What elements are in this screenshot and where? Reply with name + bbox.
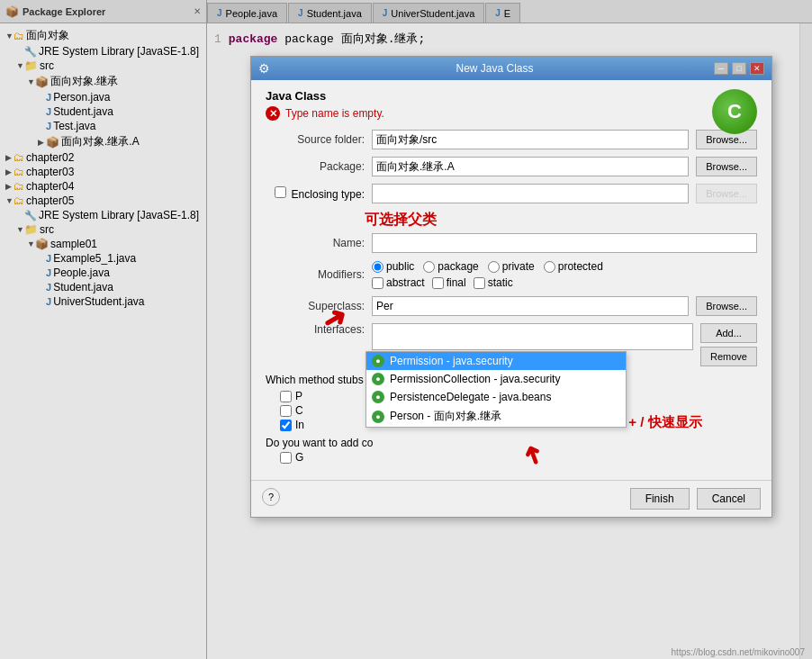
autocomplete-item[interactable]: ●PermissionCollection - java.security [366, 370, 626, 388]
stub-in-checkbox[interactable] [280, 420, 292, 431]
modifiers-row: Modifiers: public package pr [266, 260, 757, 289]
abstract-label: abstract [386, 276, 425, 289]
ac-icon: ● [372, 373, 384, 385]
new-java-class-dialog: ⚙ New Java Class ─ □ ✕ C Java Class ✕ Ty… [250, 56, 772, 518]
dialog-icon: ⚙ [258, 61, 270, 76]
source-folder-label: Source folder: [266, 133, 365, 146]
autocomplete-item[interactable]: ●PersistenceDelegate - java.beans [366, 388, 626, 406]
dialog-title-controls: ─ □ ✕ [714, 62, 764, 75]
final-label: final [447, 276, 466, 289]
maximize-button[interactable]: □ [732, 62, 746, 75]
stub-in-label: In [295, 419, 304, 431]
radio-public-label: public [386, 260, 414, 273]
modifier-checkboxes: abstract final static [372, 276, 603, 289]
add-comment-section: Do you want to add co G [266, 437, 757, 464]
package-browse-button[interactable]: Browse... [696, 157, 757, 176]
eclipse-logo: C [712, 89, 757, 134]
source-folder-input[interactable] [372, 130, 689, 149]
ac-label: Permission - java.security [390, 355, 513, 367]
finish-button[interactable]: Finish [630, 488, 690, 510]
autocomplete-item[interactable]: ●Person - 面向对象.继承 [366, 406, 626, 427]
help-button[interactable]: ? [262, 488, 280, 506]
ac-icon: ● [372, 411, 384, 423]
static-label: static [488, 276, 513, 289]
enclosing-type-row: Enclosing type: Browse... [266, 184, 757, 203]
check-static[interactable]: static [474, 276, 513, 289]
dialog-titlebar: ⚙ New Java Class ─ □ ✕ [251, 57, 771, 80]
radio-package-label: package [438, 260, 478, 273]
enclosing-type-label: Enclosing type: [292, 188, 365, 201]
package-input[interactable] [372, 157, 689, 176]
dialog-overlay: ⚙ New Java Class ─ □ ✕ C Java Class ✕ Ty… [0, 0, 812, 659]
radio-package-input[interactable] [423, 261, 435, 273]
cancel-button[interactable]: Cancel [697, 488, 761, 510]
stub-c-checkbox[interactable] [280, 405, 292, 417]
stub-c-label: C [295, 404, 303, 417]
error-text: Type name is empty. [285, 107, 384, 120]
error-message: ✕ Type name is empty. [266, 106, 757, 121]
superclass-browse-button[interactable]: Browse... [696, 296, 757, 316]
radio-package[interactable]: package [423, 260, 478, 273]
interfaces-list[interactable] [372, 323, 693, 350]
modifiers-label: Modifiers: [266, 268, 365, 281]
enclosing-type-checkbox[interactable] [275, 186, 286, 198]
minimize-button[interactable]: ─ [714, 62, 728, 75]
radio-protected-label: protected [558, 260, 603, 273]
interfaces-add-button[interactable]: Add... [700, 323, 757, 343]
abstract-checkbox[interactable] [372, 277, 383, 289]
ac-icon: ● [372, 391, 384, 403]
ac-label: Person - 面向对象.继承 [390, 409, 501, 424]
check-abstract[interactable]: abstract [372, 276, 425, 289]
radio-public[interactable]: public [372, 260, 414, 273]
source-folder-row: Source folder: Browse... [266, 130, 757, 149]
superclass-input[interactable] [372, 296, 689, 316]
radio-public-input[interactable] [372, 261, 383, 273]
enclosing-type-browse-button[interactable]: Browse... [696, 184, 757, 203]
name-row: Name: [266, 233, 757, 253]
dialog-bottom: ? Finish Cancel [251, 480, 771, 517]
radio-private[interactable]: private [488, 260, 535, 273]
radio-group: public package private protected [372, 260, 603, 273]
radio-private-label: private [502, 260, 535, 273]
autocomplete-dropdown: ●Permission - java.security●PermissionCo… [365, 351, 627, 428]
ac-icon: ● [372, 355, 384, 367]
modifiers-options: public package private protected [372, 260, 603, 289]
close-button[interactable]: ✕ [750, 62, 764, 75]
final-checkbox[interactable] [432, 277, 444, 289]
ac-label: PermissionCollection - java.security [390, 373, 560, 385]
check-final[interactable]: final [432, 276, 466, 289]
enclosing-type-input[interactable] [372, 184, 689, 203]
interfaces-remove-button[interactable]: Remove [700, 347, 757, 366]
add-comment-g-label: G [295, 451, 303, 464]
package-row: Package: Browse... [266, 157, 757, 176]
ac-label: PersistenceDelegate - java.beans [390, 391, 551, 403]
annotation-label: 可选择父类 [365, 212, 437, 227]
stub-p-label: P [295, 390, 302, 402]
enclosing-type-checkbox-area: Enclosing type: [266, 186, 365, 201]
stub-p-checkbox[interactable] [280, 391, 292, 402]
error-icon: ✕ [266, 106, 280, 121]
static-checkbox[interactable] [474, 277, 485, 289]
radio-protected-input[interactable] [544, 261, 555, 273]
dialog-title: New Java Class [456, 62, 533, 75]
watermark: https://blog.csdn.net/mikovino007 [672, 647, 805, 657]
name-input[interactable] [372, 233, 757, 253]
autocomplete-item[interactable]: ●Permission - java.security [366, 352, 626, 370]
radio-private-input[interactable] [488, 261, 500, 273]
add-comment-checkbox[interactable] [280, 452, 292, 464]
name-label: Name: [266, 237, 365, 249]
radio-protected[interactable]: protected [544, 260, 603, 273]
section-title: Java Class [266, 89, 757, 103]
package-label: Package: [266, 160, 365, 173]
